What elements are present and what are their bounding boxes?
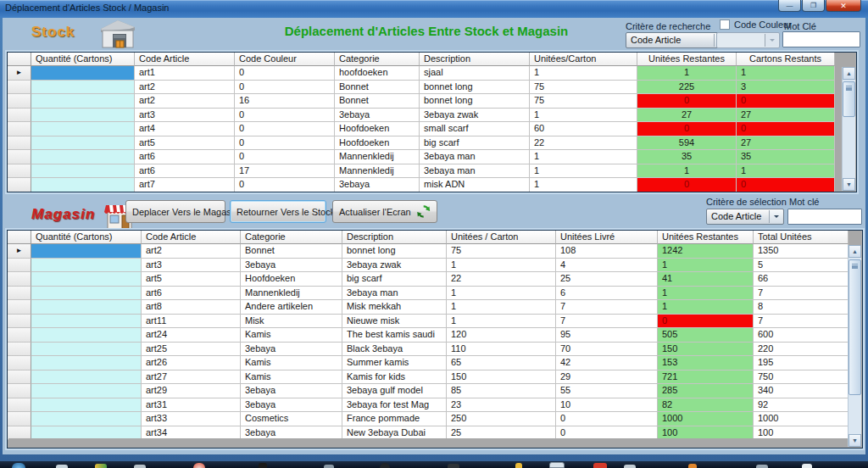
row-selector[interactable]: [8, 328, 31, 343]
cell-desc[interactable]: 3ebaya man: [420, 164, 530, 179]
cell-code[interactable]: art26: [142, 356, 241, 370]
cell-ur[interactable]: 27: [637, 109, 737, 123]
cell-upc[interactable]: 23: [447, 398, 556, 413]
cell-upc[interactable]: 1: [530, 150, 637, 164]
cell-cr[interactable]: 1: [737, 66, 835, 81]
col-header-couleur[interactable]: Code Couleur: [235, 53, 335, 66]
cell-total[interactable]: 7: [754, 287, 849, 301]
cell-cat[interactable]: Mannenkledij: [335, 150, 420, 164]
cell-desc[interactable]: bonnet long: [342, 244, 447, 259]
cell-upc[interactable]: 250: [447, 412, 556, 426]
cell-qty[interactable]: [31, 94, 135, 109]
grid-corner[interactable]: [8, 231, 31, 244]
cell-ur[interactable]: 0: [637, 94, 737, 109]
cell-upc[interactable]: 120: [447, 328, 556, 343]
cell-total[interactable]: 66: [754, 272, 849, 287]
taskbar-icon[interactable]: [756, 465, 768, 468]
cell-code[interactable]: art6: [142, 287, 241, 301]
cell-livre[interactable]: 10: [556, 398, 658, 413]
code-couleur-checkbox[interactable]: [720, 20, 730, 30]
row-selector[interactable]: [8, 259, 31, 273]
cell-desc[interactable]: Black 3ebaya: [342, 343, 447, 357]
cell-desc[interactable]: big scarf: [342, 272, 447, 287]
col-header-cat[interactable]: Categorie: [335, 53, 420, 66]
cell-code[interactable]: art6: [135, 164, 235, 179]
row-selector[interactable]: [8, 370, 31, 385]
cell-desc[interactable]: Summer kamis: [342, 356, 447, 370]
cell-cat[interactable]: Misk: [241, 315, 342, 329]
cell-qty[interactable]: [31, 109, 135, 123]
scroll-down-icon[interactable]: ▼: [849, 434, 861, 447]
cell-desc[interactable]: The best kamis saudi: [342, 328, 447, 343]
cell-total[interactable]: 220: [754, 343, 849, 357]
cell-livre[interactable]: 7: [556, 315, 658, 329]
taskbar-icon[interactable]: [549, 462, 565, 468]
cell-ur[interactable]: 225: [637, 81, 737, 95]
col-header-cr[interactable]: Cartons Restants: [737, 53, 835, 66]
cell-total[interactable]: 7: [754, 315, 849, 329]
cell-couleur[interactable]: 0: [235, 122, 335, 136]
row-selector[interactable]: [8, 136, 31, 151]
cell-cr[interactable]: 0: [737, 94, 835, 109]
cell-livre[interactable]: 29: [556, 370, 658, 385]
cell-code[interactable]: art33: [142, 412, 241, 426]
row-selector[interactable]: [8, 398, 31, 413]
move-to-magasin-button[interactable]: Deplacer Vers le Magasin: [125, 200, 225, 223]
cell-qty[interactable]: [31, 272, 142, 287]
cell-cat[interactable]: Bonnet: [335, 94, 420, 109]
magasin-grid-scrollbar[interactable]: ▲ ▼: [848, 245, 861, 447]
scroll-up-icon[interactable]: ▲: [849, 245, 861, 258]
cell-total[interactable]: 750: [754, 370, 849, 385]
col-header-livre[interactable]: Unitées Livré: [556, 231, 658, 244]
close-button[interactable]: ✕: [826, 0, 861, 12]
cell-ur[interactable]: 41: [658, 272, 754, 287]
row-selector[interactable]: [8, 384, 31, 398]
cell-livre[interactable]: 25: [556, 272, 658, 287]
cell-qty[interactable]: [31, 122, 135, 136]
cell-cat[interactable]: 3ebaya: [335, 109, 420, 123]
cell-upc[interactable]: 1: [530, 66, 637, 81]
cell-upc[interactable]: 1: [530, 164, 637, 179]
cell-cat[interactable]: Bonnet: [335, 81, 420, 95]
magasin-scroll-thumb[interactable]: [849, 259, 861, 395]
cell-code[interactable]: art31: [142, 398, 241, 413]
cell-code[interactable]: art29: [142, 384, 241, 398]
cell-qty[interactable]: [31, 287, 142, 301]
cell-cr[interactable]: 27: [737, 136, 835, 151]
return-to-stock-button[interactable]: Retourner Vers le Stock: [230, 200, 326, 223]
search-criteria-select[interactable]: Code Article: [626, 32, 729, 48]
cell-qty[interactable]: [31, 150, 135, 164]
cell-upc[interactable]: 85: [447, 384, 556, 398]
cell-code[interactable]: art3: [135, 109, 235, 123]
cell-ur[interactable]: 505: [658, 328, 754, 343]
cell-upc[interactable]: 22: [447, 272, 556, 287]
cell-livre[interactable]: 108: [556, 244, 658, 259]
cell-desc[interactable]: 3ebaya zwak: [342, 259, 447, 273]
col-header-ur[interactable]: Unitées Restantes: [658, 231, 754, 244]
col-header-qty[interactable]: Quantité (Cartons): [31, 231, 142, 244]
cell-code[interactable]: art27: [142, 370, 241, 385]
col-header-upc[interactable]: Unitées/Carton: [530, 53, 637, 66]
taskbar-icon[interactable]: [802, 464, 812, 468]
col-header-cat[interactable]: Categorie: [241, 231, 342, 244]
col-header-qty[interactable]: Quantité (Cartons): [31, 53, 135, 66]
cell-qty[interactable]: [31, 136, 135, 151]
row-selector[interactable]: [8, 150, 31, 164]
cell-total[interactable]: 1000: [754, 412, 849, 426]
grid-corner[interactable]: [8, 53, 31, 66]
taskbar-icon[interactable]: [134, 465, 146, 468]
cell-ur[interactable]: 0: [637, 178, 737, 192]
cell-ur[interactable]: 82: [658, 398, 754, 413]
cell-upc[interactable]: 1: [447, 315, 556, 329]
cell-code[interactable]: art2: [135, 81, 235, 95]
cell-qty[interactable]: [31, 244, 142, 259]
cell-qty[interactable]: [31, 370, 142, 385]
cell-code[interactable]: art7: [135, 178, 235, 192]
cell-qty[interactable]: [31, 300, 142, 315]
cell-cr[interactable]: 0: [737, 122, 835, 136]
cell-total[interactable]: 92: [754, 398, 849, 413]
cell-upc[interactable]: 150: [447, 370, 556, 385]
cell-cr[interactable]: 1: [737, 164, 835, 179]
cell-code[interactable]: art5: [135, 136, 235, 151]
cell-ur[interactable]: 1: [658, 259, 754, 273]
